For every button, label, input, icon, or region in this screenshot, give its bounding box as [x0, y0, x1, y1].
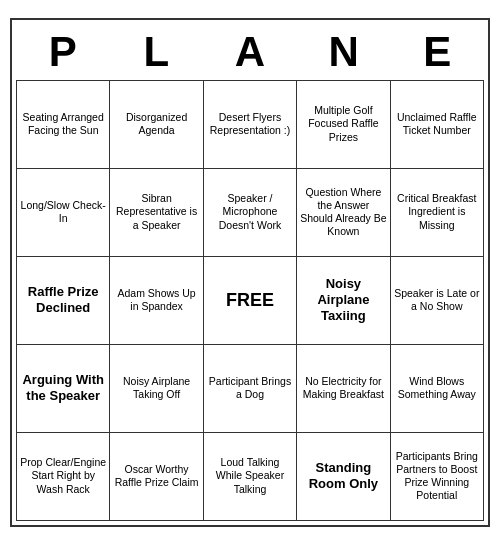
- bingo-cell-17[interactable]: Participant Brings a Dog: [204, 345, 297, 433]
- bingo-cell-20[interactable]: Prop Clear/Engine Start Right by Wash Ra…: [17, 433, 110, 521]
- bingo-cell-0[interactable]: Seating Arranged Facing the Sun: [17, 81, 110, 169]
- bingo-cell-8[interactable]: Question Where the Answer Should Already…: [297, 169, 390, 257]
- bingo-cell-14[interactable]: Speaker is Late or a No Show: [391, 257, 484, 345]
- bingo-cell-15[interactable]: Arguing With the Speaker: [17, 345, 110, 433]
- bingo-cell-9[interactable]: Critical Breakfast Ingredient is Missing: [391, 169, 484, 257]
- bingo-cell-11[interactable]: Adam Shows Up in Spandex: [110, 257, 203, 345]
- bingo-cell-23[interactable]: Standing Room Only: [297, 433, 390, 521]
- bingo-cell-21[interactable]: Oscar Worthy Raffle Prize Claim: [110, 433, 203, 521]
- bingo-cell-19[interactable]: Wind Blows Something Away: [391, 345, 484, 433]
- header-letter-e: E: [393, 28, 481, 76]
- bingo-cell-7[interactable]: Speaker / Microphone Doesn't Work: [204, 169, 297, 257]
- header-letter-p: P: [19, 28, 107, 76]
- bingo-cell-18[interactable]: No Electricity for Making Breakfast: [297, 345, 390, 433]
- header-letter-l: L: [112, 28, 200, 76]
- bingo-cell-22[interactable]: Loud Talking While Speaker Talking: [204, 433, 297, 521]
- bingo-cell-3[interactable]: Multiple Golf Focused Raffle Prizes: [297, 81, 390, 169]
- bingo-grid: Seating Arranged Facing the SunDisorgani…: [16, 80, 484, 521]
- bingo-cell-16[interactable]: Noisy Airplane Taking Off: [110, 345, 203, 433]
- bingo-cell-2[interactable]: Desert Flyers Representation :): [204, 81, 297, 169]
- header-letter-a: A: [206, 28, 294, 76]
- bingo-cell-13[interactable]: Noisy Airplane Taxiing: [297, 257, 390, 345]
- header-letter-n: N: [300, 28, 388, 76]
- bingo-cell-5[interactable]: Long/Slow Check-In: [17, 169, 110, 257]
- bingo-header: PLANE: [16, 24, 484, 80]
- bingo-card: PLANE Seating Arranged Facing the SunDis…: [10, 18, 490, 527]
- bingo-cell-6[interactable]: Sibran Representative is a Speaker: [110, 169, 203, 257]
- bingo-cell-4[interactable]: Unclaimed Raffle Ticket Number: [391, 81, 484, 169]
- bingo-cell-24[interactable]: Participants Bring Partners to Boost Pri…: [391, 433, 484, 521]
- bingo-cell-10[interactable]: Raffle Prize Declined: [17, 257, 110, 345]
- bingo-cell-12[interactable]: FREE: [204, 257, 297, 345]
- bingo-cell-1[interactable]: Disorganized Agenda: [110, 81, 203, 169]
